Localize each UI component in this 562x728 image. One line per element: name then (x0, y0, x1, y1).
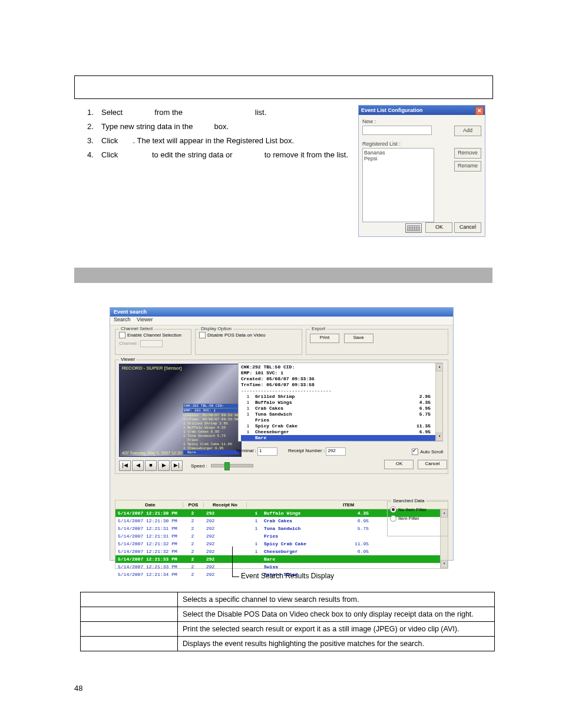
autoscroll-checkbox[interactable] (412, 449, 418, 455)
item-filter-radio[interactable] (390, 515, 396, 522)
desc-val: Select the Disable POS Data on Video che… (178, 607, 495, 622)
overlay-hdr2: EMP: 101 SVC: 1 (183, 409, 239, 413)
receipt-line: Bare (241, 435, 440, 441)
desc-key (81, 622, 178, 637)
receipt-h1: CHK:292 TBL:50 CID: (241, 364, 295, 370)
overlay-receipt: CHK:292 TBL:50 CID: EMP: 101 SVC: 1 Crea… (183, 404, 239, 454)
receipt-info-row: Terminal : 1 Receipt Number : 292 Auto S… (236, 447, 443, 456)
step3-a: Click (101, 136, 118, 145)
step4-a: Click (101, 150, 118, 159)
step2-a: Type new string data in the (101, 122, 193, 131)
stop-button[interactable]: ■ (145, 460, 157, 471)
viewer-ok-button[interactable]: OK (384, 460, 414, 469)
desc-key (81, 637, 178, 651)
receipt-line: 1 Crab Cakes6.95 (241, 406, 440, 411)
close-icon[interactable]: ✕ (475, 107, 484, 115)
receipt-h2: EMP: 101 SVC: 1 (241, 370, 283, 375)
disable-pos-label: Disable POS Data on Video (207, 332, 266, 338)
receipt-h3: Created: 05/08/07 09:33:36 (241, 376, 315, 381)
receipt-num-label: Receipt Number : (288, 448, 325, 453)
table-row[interactable]: 5/14/2007 12:21:32 PM22921Cheeseburger6.… (115, 548, 448, 555)
col-date[interactable]: Date (115, 502, 183, 508)
dialog-title: Event List Configuration (361, 107, 423, 113)
new-input[interactable] (362, 126, 432, 135)
registered-list-label: Registered List : (362, 141, 481, 147)
step1-c: list. (255, 108, 267, 117)
prev-button[interactable]: ◀ (132, 460, 144, 471)
section-bar (74, 268, 492, 283)
viewer-title: Event search (114, 309, 147, 315)
desc-key (81, 607, 178, 622)
no-item-filter-label: No Item Filter (398, 507, 427, 512)
list-item[interactable]: Pepsi (364, 156, 432, 162)
step4-c: to remove it from the list. (265, 150, 348, 159)
playback-controls: |◀ ◀ ■ ▶ ▶| Speed : (119, 460, 253, 471)
table-row[interactable]: 5/14/2007 12:21:33 PM2292Bare (115, 555, 448, 563)
item-filter-label: Item Filter (398, 516, 419, 521)
disable-pos-checkbox[interactable] (199, 332, 206, 338)
speed-slider[interactable] (211, 464, 253, 467)
steps-list: 1.Select from the list. 2.Type new strin… (87, 106, 352, 163)
ok-button[interactable]: OK (425, 222, 452, 233)
new-label: New : (362, 118, 481, 124)
print-button[interactable]: Print (310, 334, 339, 343)
display-option-group: Display Option Disable POS Data on Video (195, 329, 302, 355)
filter-legend: Searched Data (391, 498, 426, 503)
desc-key (81, 592, 178, 607)
table-row[interactable]: 5/14/2007 12:21:33 PM2292Swiss (115, 563, 448, 571)
channel-select-group: Channel Select Enable Channel Selection … (115, 329, 191, 355)
receipt-h4: TrnTime: 05/08/07 09:33:58 (241, 382, 315, 387)
step1-a: Select (101, 108, 123, 117)
menu-search[interactable]: Search (114, 317, 131, 322)
receipt-line: 1 Spicy Crab Cake11.35 (241, 423, 440, 429)
registered-list[interactable]: Bananas Pepsi (362, 148, 434, 222)
enable-channel-label: Enable Channel Selection (127, 332, 181, 338)
last-button[interactable]: ▶| (171, 460, 183, 471)
receipt-scrollbar[interactable]: ▴▾ (435, 363, 443, 441)
callout-line (232, 546, 233, 577)
rename-button[interactable]: Rename (454, 161, 481, 172)
desc-val: Displays the event results highlighting … (178, 637, 495, 651)
save-button[interactable]: Save (344, 334, 373, 343)
autoscroll-label: Auto Scroll (420, 449, 443, 454)
receipt-line: 1 Tuna Sandwich5.75 (241, 411, 440, 417)
desc-val: Print the selected search result or expo… (178, 622, 495, 637)
no-item-filter-radio[interactable] (390, 506, 396, 513)
step4-b: to edit the string data or (152, 150, 233, 159)
receipt-line: 1 Buffalo Wings4.35 (241, 400, 440, 406)
terminal-label: Terminal : (236, 448, 256, 453)
receipt-line: 1 Cheeseburger6.95 (241, 429, 440, 435)
camera-image: RECORD - SUPER [Sensor] 407 Tuesday, May… (119, 364, 242, 457)
col-pos[interactable]: POS (183, 502, 203, 508)
receipt-panel: CHK:292 TBL:50 CID: EMP: 101 SVC: 1 Crea… (238, 363, 443, 442)
col-receipt[interactable]: Receipt No (203, 502, 246, 508)
receipt-line: Swiss (241, 441, 440, 442)
display-option-legend: Display Option (199, 326, 233, 331)
export-group: Export Print Save (306, 329, 448, 355)
menu-viewer[interactable]: Viewer (137, 317, 153, 322)
description-table: Selects a specific channel to view searc… (80, 592, 495, 651)
channel-select-legend: Channel Select (119, 326, 154, 331)
camera-caption: RECORD - SUPER [Sensor] (122, 365, 181, 371)
overlay-hdr1: CHK:292 TBL:50 CID: (183, 404, 239, 408)
add-button[interactable]: Add (454, 126, 481, 136)
speed-label: Speed : (191, 463, 207, 469)
play-button[interactable]: ▶ (158, 460, 170, 471)
terminal-value: 1 (257, 447, 277, 456)
cancel-button[interactable]: Cancel (454, 222, 481, 233)
table-row[interactable]: 5/14/2007 12:21:32 PM22921Spicy Crab Cak… (115, 540, 448, 548)
channel-label: Channel : (119, 341, 139, 346)
viewer-cancel-button[interactable]: Cancel (418, 460, 447, 469)
page-number: 48 (74, 684, 82, 693)
list-item[interactable]: Bananas (364, 150, 432, 156)
step3-b: . The text will appear in the Registered… (133, 136, 294, 145)
enable-channel-checkbox[interactable] (119, 332, 125, 338)
keyboard-icon[interactable] (405, 223, 422, 233)
first-button[interactable]: |◀ (119, 460, 131, 471)
searched-data-group: Searched Data No Item Filter Item Filter (387, 501, 448, 536)
channel-dropdown[interactable] (140, 340, 163, 347)
remove-button[interactable]: Remove (454, 148, 481, 159)
viewer-area: Viewer RECORD - SUPER [Sensor] 407 Tuesd… (115, 360, 448, 474)
dialog-titlebar: Event List Configuration ✕ (359, 106, 485, 115)
receipt-num-value: 292 (326, 447, 346, 456)
